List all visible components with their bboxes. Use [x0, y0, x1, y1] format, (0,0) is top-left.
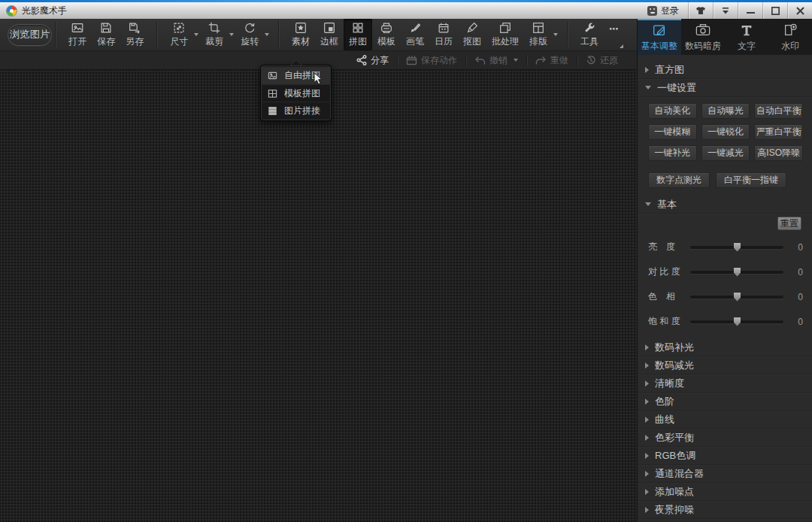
section-onekey-settings[interactable]: 一键设置: [638, 79, 812, 97]
severe-white-balance-button[interactable]: 严重白平衡: [754, 124, 803, 140]
slider-thumb[interactable]: [734, 317, 741, 326]
section-add-noise[interactable]: 添加噪点: [638, 483, 812, 501]
menu-pointer-arrow: [291, 60, 301, 65]
auto-white-balance-button[interactable]: 自动白平衡: [754, 103, 803, 119]
menu-item-image-stitch[interactable]: 图片拼接: [261, 102, 331, 119]
brush-icon: [408, 21, 422, 35]
section-curves[interactable]: 曲线: [638, 411, 812, 429]
batch-button[interactable]: 批处理: [486, 19, 524, 50]
high-iso-denoise-button[interactable]: 高ISO降噪: [754, 145, 803, 161]
section-rgb-tone[interactable]: RGB色调: [638, 447, 812, 465]
onekey-dim-light-button[interactable]: 一键减光: [701, 145, 750, 161]
redo-button[interactable]: 重做: [527, 51, 577, 69]
layout-dropdown-arrow[interactable]: [553, 33, 558, 36]
chevron-right-icon: [645, 453, 649, 459]
calendar-button[interactable]: 日历: [429, 19, 458, 50]
basic-body: 重置 亮 度 0 对 比 度 0 色 相 0: [638, 214, 812, 338]
section-basic[interactable]: 基本: [638, 196, 812, 214]
brightness-slider[interactable]: [690, 246, 783, 249]
toolbar-divider: [567, 22, 568, 47]
auto-beautify-button[interactable]: 自动美化: [648, 103, 697, 119]
contrast-slider[interactable]: [690, 271, 783, 274]
toolbar-divider: [55, 22, 56, 47]
onekey-blur-button[interactable]: 一键模糊: [648, 124, 697, 140]
material-button[interactable]: 素材: [286, 19, 315, 50]
border-icon: [323, 21, 336, 35]
undo-dropdown-arrow[interactable]: [514, 59, 518, 62]
titlebar[interactable]: 光影魔术手 登录: [0, 2, 812, 19]
resize-dropdown-arrow[interactable]: [194, 33, 198, 36]
chevron-right-icon: [645, 344, 649, 351]
undo-button[interactable]: 撤销: [466, 51, 526, 69]
chevron-right-icon: [645, 489, 649, 495]
restore-button[interactable]: 还原: [577, 51, 626, 69]
auto-exposure-button[interactable]: 自动曝光: [701, 103, 750, 119]
section-channel-mixer[interactable]: 通道混合器: [638, 465, 812, 483]
section-color-balance[interactable]: 色彩平衡: [638, 429, 812, 447]
browse-images-button[interactable]: 浏览图片: [8, 24, 52, 46]
login-button[interactable]: 登录: [638, 2, 688, 19]
slider-thumb[interactable]: [734, 243, 741, 252]
image-canvas[interactable]: [0, 70, 637, 522]
template-button[interactable]: 模板: [372, 19, 401, 50]
crop-dropdown-arrow[interactable]: [229, 33, 234, 36]
section-clarity[interactable]: 清晰度: [638, 375, 812, 393]
menu-item-template-collage[interactable]: 模板拼图: [261, 84, 331, 102]
section-digital-fill-light[interactable]: 数码补光: [638, 338, 812, 357]
section-grain-denoise[interactable]: 颗粒降噪: [638, 519, 812, 522]
digital-spot-metering-button[interactable]: 数字点测光: [648, 172, 710, 188]
chevron-down-icon: [645, 202, 651, 206]
tab-basic-adjust[interactable]: 基本调整: [638, 19, 681, 55]
save-as-button[interactable]: 另存: [120, 19, 149, 50]
section-levels[interactable]: 色阶: [638, 393, 812, 411]
brush-button[interactable]: 画笔: [401, 19, 429, 50]
collage-button[interactable]: 拼图: [344, 19, 372, 50]
avatar-icon: [647, 6, 657, 16]
rotate-button[interactable]: 旋转: [235, 19, 264, 50]
saturation-slider[interactable]: [690, 320, 783, 323]
onekey-sharpen-button[interactable]: 一键锐化: [701, 124, 750, 140]
share-button[interactable]: 分享: [348, 51, 397, 69]
chevron-right-icon: [645, 67, 649, 73]
batch-icon: [498, 21, 512, 35]
minimize-button[interactable]: [738, 2, 762, 19]
cutout-icon: [465, 21, 479, 35]
template-icon: [380, 21, 393, 35]
border-button[interactable]: 边框: [315, 19, 344, 50]
redo-icon: [535, 56, 547, 65]
tab-watermark[interactable]: 水印: [768, 19, 812, 55]
close-button[interactable]: [787, 2, 812, 19]
section-night-noise-suppress[interactable]: 夜景抑噪: [638, 501, 812, 519]
menu-item-free-collage[interactable]: 自由拼图: [261, 67, 331, 84]
tools-button[interactable]: 工具: [575, 19, 604, 50]
onekey-fill-light-button[interactable]: 一键补光: [648, 145, 697, 161]
layout-button[interactable]: 排版: [524, 19, 553, 50]
hue-slider[interactable]: [690, 296, 783, 299]
material-icon: [294, 21, 308, 35]
crop-button[interactable]: 裁剪: [200, 19, 229, 50]
main-menu-button[interactable]: [713, 2, 738, 19]
resize-button[interactable]: 尺寸: [165, 19, 193, 50]
rotate-dropdown-arrow[interactable]: [265, 33, 269, 36]
section-histogram[interactable]: 直方图: [638, 61, 812, 79]
white-balance-one-touch-button[interactable]: 白平衡一指键: [716, 172, 786, 188]
adjust-sections: 直方图 一键设置 自动美化 自动曝光 自动白平衡 一键模糊 一键锐化 严重白平衡…: [638, 55, 812, 522]
slider-thumb[interactable]: [734, 293, 741, 302]
more-button[interactable]: ⋯: [604, 20, 625, 50]
share-icon: [356, 55, 367, 65]
cutout-button[interactable]: 抠图: [458, 19, 486, 50]
slider-thumb[interactable]: [734, 268, 741, 277]
tab-text[interactable]: 文字: [725, 19, 768, 55]
save-as-icon: [128, 21, 141, 35]
reset-button[interactable]: 重置: [777, 217, 801, 230]
skin-button[interactable]: [688, 2, 713, 19]
save-button[interactable]: 保存: [92, 19, 120, 50]
layout-icon: [532, 21, 545, 35]
section-digital-dim-light[interactable]: 数码减光: [638, 357, 812, 375]
tab-digital-darkroom[interactable]: 数码暗房: [681, 19, 725, 55]
open-button[interactable]: 打开: [63, 19, 92, 50]
save-action-button[interactable]: 保存动作: [398, 51, 465, 69]
maximize-button[interactable]: [762, 2, 787, 19]
more-corner-icon: [620, 44, 623, 48]
rotate-icon: [243, 21, 256, 35]
